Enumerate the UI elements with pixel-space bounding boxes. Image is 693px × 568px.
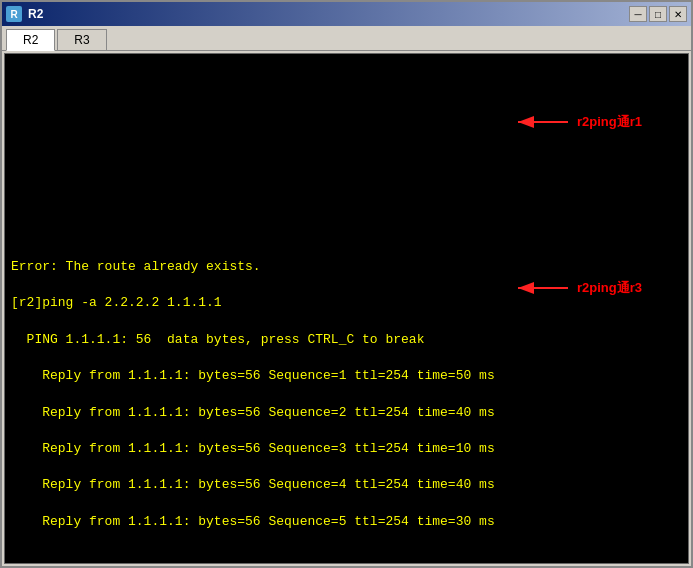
annotation-r3: r2ping通r3 — [513, 279, 642, 297]
restore-button[interactable]: □ — [649, 6, 667, 22]
app-icon: R — [6, 6, 22, 22]
terminal-line: Reply from 1.1.1.1: bytes=56 Sequence=1 … — [11, 367, 682, 385]
main-window: R R2 ─ □ ✕ R2 R3 — [0, 0, 693, 568]
title-bar-controls: ─ □ ✕ — [629, 6, 687, 22]
close-button[interactable]: ✕ — [669, 6, 687, 22]
title-bar: R R2 ─ □ ✕ — [2, 2, 691, 26]
terminal-line: Reply from 1.1.1.1: bytes=56 Sequence=5 … — [11, 513, 682, 531]
annotation-r1-text: r2ping通r1 — [577, 113, 642, 131]
terminal-line: PING 1.1.1.1: 56 data bytes, press CTRL_… — [11, 331, 682, 349]
terminal-line: Reply from 1.1.1.1: bytes=56 Sequence=2 … — [11, 404, 682, 422]
tab-bar: R2 R3 — [2, 26, 691, 51]
terminal-wrapper: r2ping通r1 r2ping通r3 Error: — [4, 53, 689, 564]
terminal[interactable]: r2ping通r1 r2ping通r3 Error: — [5, 54, 688, 563]
terminal-content: r2ping通r1 r2ping通r3 Error: — [11, 94, 682, 563]
tab-r3[interactable]: R3 — [57, 29, 106, 50]
title-bar-left: R R2 — [6, 6, 43, 22]
annotation-r1: r2ping通r1 — [513, 113, 642, 131]
terminal-line-blank — [11, 549, 682, 563]
terminal-line: Reply from 1.1.1.1: bytes=56 Sequence=3 … — [11, 440, 682, 458]
tab-r2[interactable]: R2 — [6, 29, 55, 51]
annotation-r3-text: r2ping通r3 — [577, 279, 642, 297]
terminal-line: Reply from 1.1.1.1: bytes=56 Sequence=4 … — [11, 476, 682, 494]
window-title: R2 — [28, 7, 43, 21]
minimize-button[interactable]: ─ — [629, 6, 647, 22]
terminal-line: Error: The route already exists. — [11, 258, 682, 276]
